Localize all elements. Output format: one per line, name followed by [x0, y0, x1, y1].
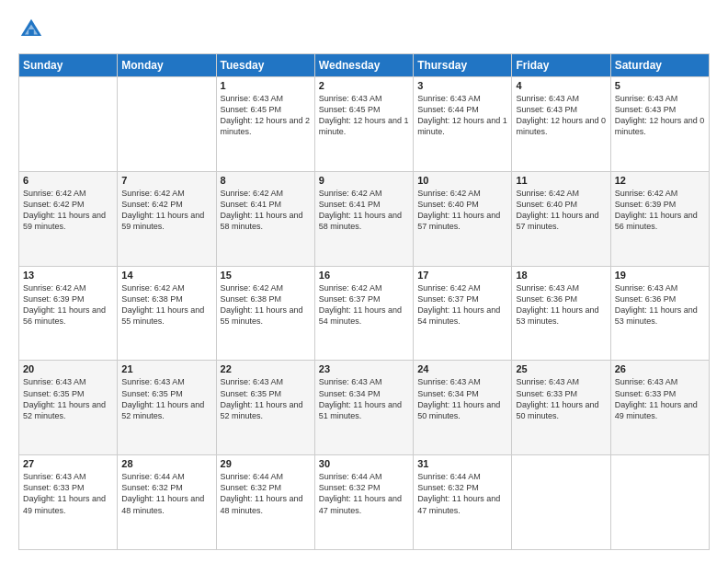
calendar-cell: 15Sunrise: 6:42 AM Sunset: 6:38 PM Dayli…	[216, 266, 314, 361]
cell-info: Sunrise: 6:43 AM Sunset: 6:36 PM Dayligh…	[516, 282, 606, 327]
calendar-cell: 29Sunrise: 6:44 AM Sunset: 6:32 PM Dayli…	[216, 455, 314, 550]
cell-info: Sunrise: 6:44 AM Sunset: 6:32 PM Dayligh…	[417, 471, 507, 516]
cell-info: Sunrise: 6:44 AM Sunset: 6:32 PM Dayligh…	[221, 471, 311, 516]
day-number: 26	[615, 363, 705, 374]
cell-info: Sunrise: 6:43 AM Sunset: 6:45 PM Dayligh…	[221, 93, 311, 138]
calendar-cell	[118, 77, 216, 172]
day-number: 20	[23, 363, 113, 374]
cell-info: Sunrise: 6:42 AM Sunset: 6:41 PM Dayligh…	[221, 188, 311, 233]
day-number: 1	[221, 80, 311, 91]
calendar-cell: 25Sunrise: 6:43 AM Sunset: 6:33 PM Dayli…	[512, 361, 610, 455]
day-number: 7	[121, 175, 211, 186]
calendar-cell: 27Sunrise: 6:43 AM Sunset: 6:33 PM Dayli…	[19, 455, 118, 550]
calendar-cell: 5Sunrise: 6:43 AM Sunset: 6:43 PM Daylig…	[610, 77, 709, 172]
calendar-cell: 20Sunrise: 6:43 AM Sunset: 6:35 PM Dayli…	[19, 361, 118, 455]
cell-info: Sunrise: 6:43 AM Sunset: 6:45 PM Dayligh…	[319, 93, 409, 138]
calendar-cell: 30Sunrise: 6:44 AM Sunset: 6:32 PM Dayli…	[314, 455, 413, 550]
day-of-week-header: Friday	[512, 54, 610, 77]
day-number: 29	[221, 458, 311, 469]
calendar-cell	[512, 455, 610, 550]
day-number: 5	[615, 80, 705, 91]
day-number: 30	[319, 458, 409, 469]
calendar-cell: 22Sunrise: 6:43 AM Sunset: 6:35 PM Dayli…	[216, 361, 314, 455]
cell-info: Sunrise: 6:43 AM Sunset: 6:33 PM Dayligh…	[23, 471, 113, 516]
day-number: 22	[221, 363, 311, 374]
day-number: 21	[121, 363, 211, 374]
calendar-cell: 7Sunrise: 6:42 AM Sunset: 6:42 PM Daylig…	[118, 171, 216, 266]
day-number: 11	[516, 175, 606, 186]
day-of-week-header: Wednesday	[314, 54, 413, 77]
cell-info: Sunrise: 6:43 AM Sunset: 6:35 PM Dayligh…	[221, 376, 311, 421]
svg-rect-2	[28, 29, 34, 36]
day-number: 17	[417, 270, 507, 281]
cell-info: Sunrise: 6:42 AM Sunset: 6:38 PM Dayligh…	[121, 282, 211, 327]
calendar-cell: 12Sunrise: 6:42 AM Sunset: 6:39 PM Dayli…	[610, 171, 709, 266]
cell-info: Sunrise: 6:43 AM Sunset: 6:36 PM Dayligh…	[615, 282, 705, 327]
calendar-week-row: 6Sunrise: 6:42 AM Sunset: 6:42 PM Daylig…	[19, 171, 710, 266]
cell-info: Sunrise: 6:44 AM Sunset: 6:32 PM Dayligh…	[319, 471, 409, 516]
cell-info: Sunrise: 6:42 AM Sunset: 6:40 PM Dayligh…	[516, 188, 606, 233]
cell-info: Sunrise: 6:43 AM Sunset: 6:35 PM Dayligh…	[23, 376, 113, 421]
day-of-week-header: Tuesday	[216, 54, 314, 77]
calendar-cell: 9Sunrise: 6:42 AM Sunset: 6:41 PM Daylig…	[314, 171, 413, 266]
day-number: 25	[516, 363, 606, 374]
calendar-cell: 6Sunrise: 6:42 AM Sunset: 6:42 PM Daylig…	[19, 171, 118, 266]
calendar-cell: 31Sunrise: 6:44 AM Sunset: 6:32 PM Dayli…	[414, 455, 512, 550]
cell-info: Sunrise: 6:42 AM Sunset: 6:42 PM Dayligh…	[121, 188, 211, 233]
day-of-week-header: Sunday	[19, 54, 118, 77]
cell-info: Sunrise: 6:42 AM Sunset: 6:38 PM Dayligh…	[221, 282, 311, 327]
cell-info: Sunrise: 6:43 AM Sunset: 6:44 PM Dayligh…	[417, 93, 507, 138]
day-number: 24	[417, 363, 507, 374]
calendar-week-row: 13Sunrise: 6:42 AM Sunset: 6:39 PM Dayli…	[19, 266, 710, 361]
cell-info: Sunrise: 6:43 AM Sunset: 6:35 PM Dayligh…	[121, 376, 211, 421]
day-number: 2	[319, 80, 409, 91]
day-of-week-header: Thursday	[414, 54, 512, 77]
day-number: 31	[417, 458, 507, 469]
day-number: 27	[23, 458, 113, 469]
calendar-week-row: 20Sunrise: 6:43 AM Sunset: 6:35 PM Dayli…	[19, 361, 710, 455]
calendar-cell: 8Sunrise: 6:42 AM Sunset: 6:41 PM Daylig…	[216, 171, 314, 266]
day-number: 28	[121, 458, 211, 469]
cell-info: Sunrise: 6:43 AM Sunset: 6:43 PM Dayligh…	[516, 93, 606, 138]
calendar-cell	[19, 77, 118, 172]
day-of-week-header: Saturday	[610, 54, 709, 77]
day-number: 6	[23, 175, 113, 186]
cell-info: Sunrise: 6:42 AM Sunset: 6:37 PM Dayligh…	[417, 282, 507, 327]
day-number: 12	[615, 175, 705, 186]
day-number: 10	[417, 175, 507, 186]
calendar-cell: 19Sunrise: 6:43 AM Sunset: 6:36 PM Dayli…	[610, 266, 709, 361]
day-number: 19	[615, 270, 705, 281]
calendar-cell: 2Sunrise: 6:43 AM Sunset: 6:45 PM Daylig…	[314, 77, 413, 172]
calendar-cell: 14Sunrise: 6:42 AM Sunset: 6:38 PM Dayli…	[118, 266, 216, 361]
day-number: 9	[319, 175, 409, 186]
cell-info: Sunrise: 6:44 AM Sunset: 6:32 PM Dayligh…	[121, 471, 211, 516]
day-number: 4	[516, 80, 606, 91]
logo-icon	[18, 17, 44, 42]
calendar-week-row: 1Sunrise: 6:43 AM Sunset: 6:45 PM Daylig…	[19, 77, 710, 172]
day-of-week-header: Monday	[118, 54, 216, 77]
calendar-cell: 17Sunrise: 6:42 AM Sunset: 6:37 PM Dayli…	[414, 266, 512, 361]
calendar-cell: 1Sunrise: 6:43 AM Sunset: 6:45 PM Daylig…	[216, 77, 314, 172]
cell-info: Sunrise: 6:42 AM Sunset: 6:39 PM Dayligh…	[23, 282, 113, 327]
calendar-cell: 26Sunrise: 6:43 AM Sunset: 6:33 PM Dayli…	[610, 361, 709, 455]
cell-info: Sunrise: 6:42 AM Sunset: 6:39 PM Dayligh…	[615, 188, 705, 233]
logo	[18, 17, 48, 42]
day-number: 23	[319, 363, 409, 374]
cell-info: Sunrise: 6:43 AM Sunset: 6:33 PM Dayligh…	[516, 376, 606, 421]
calendar-cell: 21Sunrise: 6:43 AM Sunset: 6:35 PM Dayli…	[118, 361, 216, 455]
day-number: 8	[221, 175, 311, 186]
cell-info: Sunrise: 6:43 AM Sunset: 6:43 PM Dayligh…	[615, 93, 705, 138]
calendar-cell: 23Sunrise: 6:43 AM Sunset: 6:34 PM Dayli…	[314, 361, 413, 455]
calendar-cell: 16Sunrise: 6:42 AM Sunset: 6:37 PM Dayli…	[314, 266, 413, 361]
calendar-cell: 28Sunrise: 6:44 AM Sunset: 6:32 PM Dayli…	[118, 455, 216, 550]
calendar-cell: 13Sunrise: 6:42 AM Sunset: 6:39 PM Dayli…	[19, 266, 118, 361]
calendar-table: SundayMondayTuesdayWednesdayThursdayFrid…	[18, 53, 710, 550]
cell-info: Sunrise: 6:43 AM Sunset: 6:34 PM Dayligh…	[417, 376, 507, 421]
calendar-cell: 4Sunrise: 6:43 AM Sunset: 6:43 PM Daylig…	[512, 77, 610, 172]
day-number: 3	[417, 80, 507, 91]
cell-info: Sunrise: 6:42 AM Sunset: 6:37 PM Dayligh…	[319, 282, 409, 327]
cell-info: Sunrise: 6:42 AM Sunset: 6:42 PM Dayligh…	[23, 188, 113, 233]
day-number: 16	[319, 270, 409, 281]
cell-info: Sunrise: 6:43 AM Sunset: 6:34 PM Dayligh…	[319, 376, 409, 421]
calendar-cell: 11Sunrise: 6:42 AM Sunset: 6:40 PM Dayli…	[512, 171, 610, 266]
